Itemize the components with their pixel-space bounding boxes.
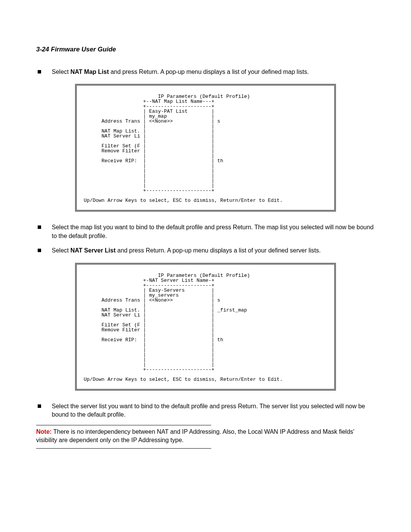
- text-pre: Select: [52, 247, 70, 254]
- horizontal-rule: [36, 448, 211, 449]
- text-pre: Select: [52, 69, 70, 75]
- terminal-screenshot-1: IP Parameters (Default Profile) +--NAT M…: [75, 84, 336, 212]
- horizontal-rule: [36, 425, 211, 425]
- bullet-text: Select NAT Map List and press Return. A …: [52, 68, 375, 76]
- bullet-item-4: Select the server list you want to bind …: [36, 402, 375, 419]
- square-bullet-icon: [38, 249, 41, 252]
- square-bullet-icon: [38, 404, 41, 408]
- bullet-text: Select the map list you want to bind to …: [52, 223, 375, 240]
- page: 3-24 Firmware User Guide Select NAT Map …: [0, 0, 411, 489]
- page-header: 3-24 Firmware User Guide: [36, 46, 375, 53]
- bullet-item-1: Select NAT Map List and press Return. A …: [36, 68, 375, 76]
- text-post: and press Return. A pop-up menu displays…: [116, 247, 321, 254]
- note-text: There is no interdependency between NAT …: [36, 428, 354, 443]
- bullet-item-3: Select NAT Server List and press Return.…: [36, 246, 375, 255]
- text-post: and press Return. A pop-up menu displays…: [109, 69, 309, 75]
- text-bold: NAT Server List: [70, 247, 116, 254]
- square-bullet-icon: [38, 225, 41, 229]
- text-bold: NAT Map List: [70, 69, 109, 75]
- note-block: Note: There is no interdependency betwee…: [36, 428, 375, 444]
- bullet-item-2: Select the map list you want to bind to …: [36, 223, 375, 240]
- note-label: Note:: [36, 428, 52, 435]
- square-bullet-icon: [38, 70, 41, 73]
- terminal-screenshot-2: IP Parameters (Default Profile) +-NAT Se…: [75, 263, 336, 391]
- bullet-text: Select NAT Server List and press Return.…: [52, 246, 375, 255]
- bullet-text: Select the server list you want to bind …: [52, 402, 375, 419]
